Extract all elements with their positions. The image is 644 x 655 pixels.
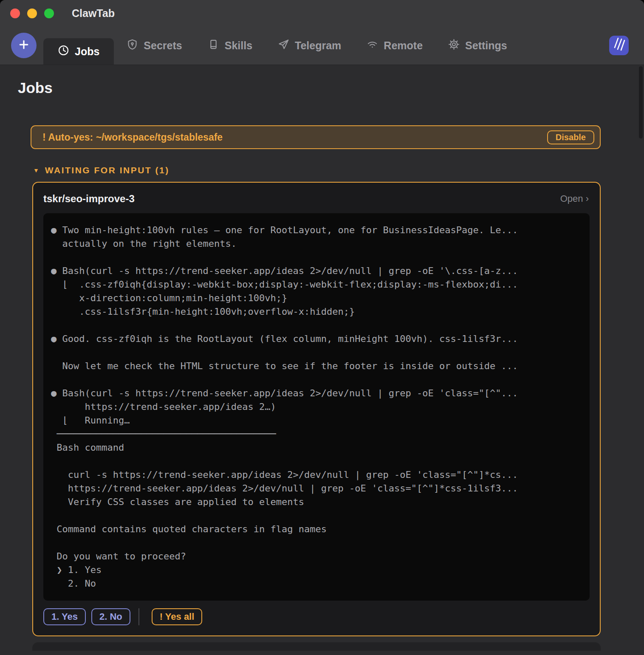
job-terminal-output: ● Two min-height:100vh rules — one for R… — [43, 213, 590, 601]
tab-label: Skills — [225, 40, 252, 52]
yes-button[interactable]: 1. Yes — [43, 608, 86, 625]
book-icon — [208, 39, 219, 53]
zoom-button[interactable] — [44, 8, 54, 18]
open-job-link[interactable]: Open › — [560, 193, 589, 204]
auto-yes-banner-text: ! Auto-yes: ~/workspace/tgs/stablesafe — [42, 132, 223, 143]
job-card-header: tskr/seo-improve-3 Open › — [33, 183, 600, 205]
tab-label: Telegram — [295, 40, 341, 52]
shield-icon — [127, 39, 138, 53]
job-title: tskr/seo-improve-3 — [43, 193, 135, 205]
traffic-lights — [10, 8, 54, 18]
tab-telegram[interactable]: Telegram — [265, 26, 354, 65]
collapse-triangle-icon[interactable]: ▼ — [33, 167, 39, 174]
auto-yes-banner: ! Auto-yes: ~/workspace/tgs/stablesafe D… — [31, 125, 601, 149]
add-job-button[interactable] — [11, 33, 37, 58]
tab-jobs[interactable]: Jobs — [43, 38, 114, 65]
disable-button[interactable]: Disable — [547, 130, 594, 144]
gear-icon — [448, 39, 460, 53]
app-logo-button[interactable] — [609, 36, 629, 55]
plus-icon — [17, 38, 30, 53]
yes-all-button[interactable]: ! Yes all — [152, 608, 203, 625]
job-card: tskr/seo-improve-3 Open › ● Two min-heig… — [32, 182, 601, 636]
no-button[interactable]: 2. No — [91, 608, 130, 625]
tabbar: Jobs Secrets Skills Telegram Remote — [0, 26, 644, 65]
section-title: WAITING FOR INPUT (1) — [45, 165, 169, 175]
tab-settings[interactable]: Settings — [435, 26, 520, 65]
tab-remote[interactable]: Remote — [354, 26, 435, 65]
page-title: Jobs — [18, 79, 644, 96]
minimize-button[interactable] — [27, 8, 37, 18]
job-actions: 1. Yes 2. No ! Yes all — [43, 608, 590, 625]
claw-icon — [609, 35, 629, 56]
tab-label: Settings — [465, 40, 507, 52]
paper-plane-icon — [278, 39, 289, 53]
clock-icon — [58, 45, 69, 59]
waiting-for-input-section-header[interactable]: ▼ WAITING FOR INPUT (1) — [33, 165, 644, 175]
close-button[interactable] — [10, 8, 20, 18]
tab-label: Jobs — [75, 45, 99, 58]
terminal-text: ● Two min-height:100vh rules — one for R… — [51, 223, 590, 590]
tab-skills[interactable]: Skills — [195, 26, 265, 65]
wifi-icon — [367, 39, 378, 53]
titlebar: ClawTab — [0, 0, 644, 26]
scrollbar-thumb[interactable] — [639, 66, 643, 138]
tab-secrets[interactable]: Secrets — [114, 26, 195, 65]
tab-label: Remote — [384, 40, 423, 52]
actions-divider — [138, 608, 139, 625]
next-job-card-partial — [32, 642, 601, 651]
app-window: ClawTab Jobs Secrets Skills — [0, 0, 644, 655]
window-title: ClawTab — [72, 7, 115, 20]
tab-label: Secrets — [144, 40, 182, 52]
